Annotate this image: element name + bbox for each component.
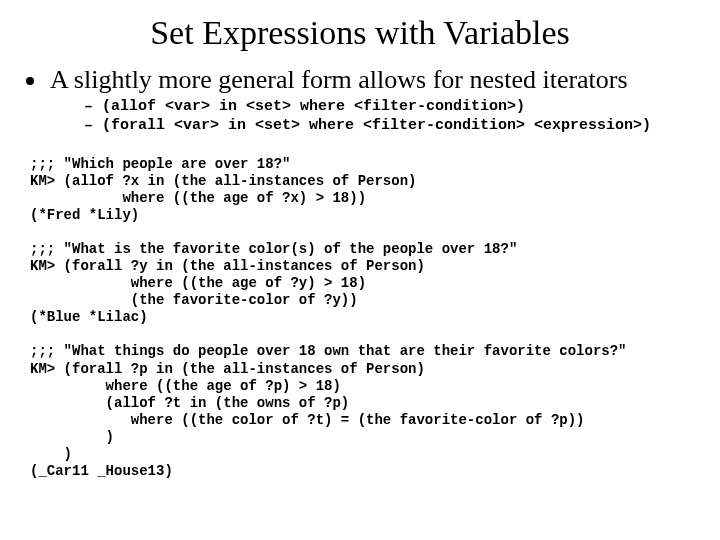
bullet-sub-0: (allof <var> in <set> where <filter-cond… bbox=[84, 98, 700, 117]
bullet-list: A slightly more general form allows for … bbox=[30, 66, 700, 136]
slide-title: Set Expressions with Variables bbox=[20, 14, 700, 52]
code-examples: ;;; "Which people are over 18?" KM> (all… bbox=[30, 156, 700, 480]
slide: Set Expressions with Variables A slightl… bbox=[0, 0, 720, 540]
bullet-sub-1: (forall <var> in <set> where <filter-con… bbox=[84, 117, 700, 136]
bullet-sub-list: (allof <var> in <set> where <filter-cond… bbox=[84, 98, 700, 136]
bullet-main-text: A slightly more general form allows for … bbox=[50, 65, 628, 94]
bullet-main: A slightly more general form allows for … bbox=[48, 66, 700, 136]
